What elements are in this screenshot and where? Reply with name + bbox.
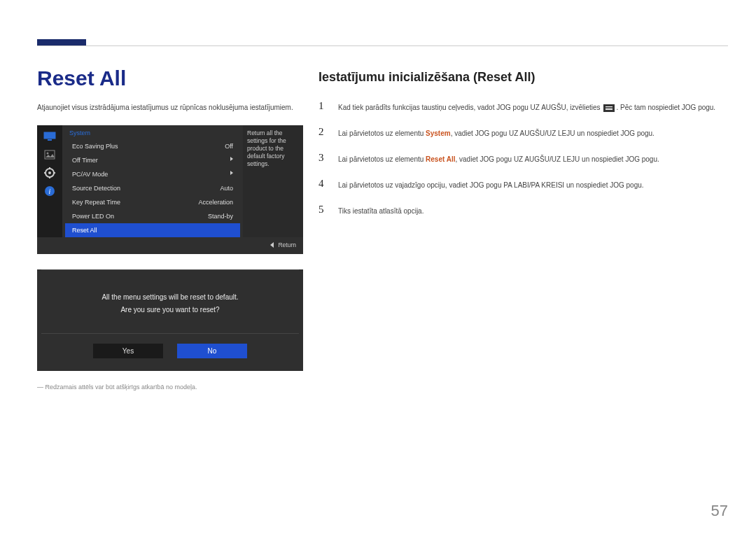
step-number: 5 xyxy=(318,204,328,216)
step-number: 1 xyxy=(318,100,328,112)
osd-row: PC/AV Mode xyxy=(62,167,243,181)
step-5: 5 Tiks iestatīta atlasītā opcija. xyxy=(318,204,724,217)
intro-text: Atjaunojiet visus izstrādājuma iestatīju… xyxy=(37,103,303,113)
osd-sidebar: i xyxy=(37,125,62,237)
step-2: 2 Lai pārvietotos uz elementu System, va… xyxy=(318,126,724,139)
svg-point-5 xyxy=(48,171,51,174)
step-3: 3 Lai pārvietotos uz elementu Reset All,… xyxy=(318,152,724,165)
chevron-right-icon xyxy=(230,157,233,161)
step-text: Tiks iestatīta atlasītā opcija. xyxy=(338,204,424,217)
svg-rect-0 xyxy=(44,132,55,139)
dialog-message: All the menu settings will be reset to d… xyxy=(41,269,299,334)
section-title: Iestatījumu inicializēšana (Reset All) xyxy=(318,70,724,85)
osd-return-label: Return xyxy=(278,241,296,248)
step-text: Lai pārvietotos uz elementu System, vadi… xyxy=(338,126,654,139)
reset-confirm-dialog: All the menu settings will be reset to d… xyxy=(37,269,303,371)
menu-icon xyxy=(603,104,615,112)
info-icon: i xyxy=(43,185,57,197)
step-number: 2 xyxy=(318,126,328,138)
svg-rect-1 xyxy=(48,139,52,141)
right-column: Iestatījumu inicializēšana (Reset All) 1… xyxy=(318,70,724,230)
gear-icon xyxy=(43,167,57,178)
osd-row: Off Timer xyxy=(62,153,243,167)
picture-icon xyxy=(43,149,57,160)
osd-row: Source DetectionAuto xyxy=(62,181,243,195)
dialog-no-button[interactable]: No xyxy=(177,344,247,358)
step-text: Lai pārvietotos uz elementu Reset All, v… xyxy=(338,152,659,165)
osd-row-selected: Reset All xyxy=(65,223,240,237)
left-column: Reset All Atjaunojiet visus izstrādājuma… xyxy=(37,66,303,391)
svg-rect-2 xyxy=(45,150,55,159)
dialog-yes-button[interactable]: Yes xyxy=(93,344,163,358)
osd-row: Key Repeat TimeAcceleration xyxy=(62,195,243,209)
back-arrow-icon xyxy=(270,242,274,248)
svg-point-3 xyxy=(47,153,49,155)
osd-section-title: System xyxy=(62,125,243,139)
osd-row: Power LED OnStand-by xyxy=(62,209,243,223)
step-number: 3 xyxy=(318,152,328,164)
step-text: Kad tiek parādīts funkcijas taustiņu ceļ… xyxy=(338,100,715,113)
header-rule xyxy=(37,45,728,46)
svg-text:i: i xyxy=(49,188,51,195)
osd-description: Return all the settings for the product … xyxy=(243,125,303,237)
footnote: Redzamais attēls var būt atšķirīgs atkar… xyxy=(37,384,303,391)
step-text: Lai pārvietotos uz vajadzīgo opciju, vad… xyxy=(338,178,644,191)
osd-row: Eco Saving PlusOff xyxy=(62,139,243,153)
step-4: 4 Lai pārvietotos uz vajadzīgo opciju, v… xyxy=(318,178,724,191)
chevron-right-icon xyxy=(230,171,233,175)
dialog-line2: Are you sure you want to reset? xyxy=(55,304,285,316)
osd-system-menu: i System Eco Saving PlusOff Off Timer PC… xyxy=(37,125,303,254)
page-title: Reset All xyxy=(37,66,303,90)
step-1: 1 Kad tiek parādīts funkcijas taustiņu c… xyxy=(318,100,724,113)
dialog-line1: All the menu settings will be reset to d… xyxy=(55,291,285,304)
osd-list: System Eco Saving PlusOff Off Timer PC/A… xyxy=(62,125,243,237)
osd-footer: Return xyxy=(37,237,303,254)
page-number: 57 xyxy=(711,502,728,520)
step-number: 4 xyxy=(318,178,328,190)
monitor-icon xyxy=(43,131,57,142)
